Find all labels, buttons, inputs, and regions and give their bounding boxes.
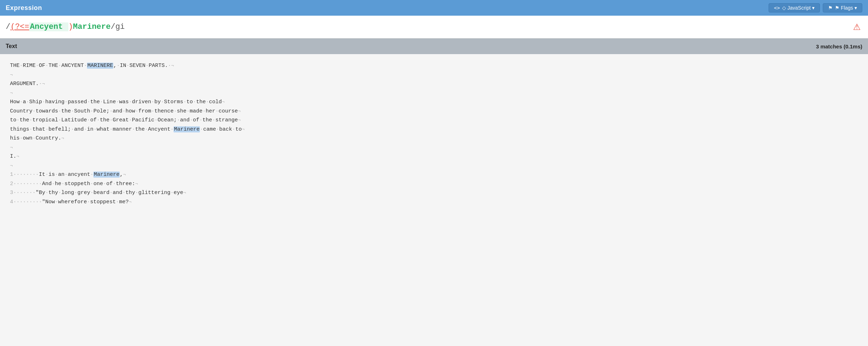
- text-line-15: 3·······"By·thy·long·grey·beard·and·thy·…: [10, 188, 858, 198]
- regex-flags: gi: [115, 22, 125, 31]
- header-bar: Expression <> ◇ JavaScript ▾ ⚑ ⚑ Flags ▾: [0, 0, 868, 16]
- javascript-btn-label: ◇ JavaScript ▾: [782, 5, 815, 11]
- text-line-2: ¬: [10, 70, 858, 80]
- header-controls: <> ◇ JavaScript ▾ ⚑ ⚑ Flags ▾: [769, 3, 862, 12]
- text-line-6: Country·towards·the·South·Pole;·and·how·…: [10, 107, 858, 116]
- regex-lookbehind-open: (?<=: [10, 22, 29, 31]
- text-line-13: 1········It·is·an·ancyent·Marinere,¬: [10, 170, 858, 179]
- match-3: Marinere: [93, 172, 120, 178]
- text-line-8: things·that·befell;·and·in·what·manner·t…: [10, 125, 858, 134]
- javascript-button[interactable]: <> ◇ JavaScript ▾: [769, 3, 820, 12]
- flags-btn-label: ⚑ Flags ▾: [835, 5, 857, 11]
- code-icon: <>: [774, 5, 780, 11]
- match-1: MARINERE: [87, 63, 113, 69]
- regex-display: / (?<= Ancyent ) Marinere / gi: [6, 22, 125, 31]
- expression-bar[interactable]: / (?<= Ancyent ) Marinere / gi ⚠: [0, 16, 868, 38]
- match-2: Marinere: [174, 126, 200, 132]
- regex-lookbehind-close: ): [68, 22, 73, 31]
- text-line-9: his·own·Country.¬: [10, 134, 858, 143]
- flag-icon: ⚑: [828, 5, 833, 11]
- text-line-1: THE·RIME·OF·THE·ANCYENT·MARINERE,·IN·SEV…: [10, 61, 858, 70]
- app-title: Expression: [6, 4, 42, 12]
- text-content-area[interactable]: THE·RIME·OF·THE·ANCYENT·MARINERE,·IN·SEV…: [0, 54, 868, 346]
- text-line-12: ¬: [10, 161, 858, 171]
- text-label: Text: [6, 43, 17, 49]
- text-line-10: ¬: [10, 143, 858, 152]
- text-section-header: Text 3 matches (0.1ms): [0, 38, 868, 54]
- flags-button[interactable]: ⚑ ⚑ Flags ▾: [823, 3, 862, 12]
- text-line-3: ARGUMENT.·¬: [10, 79, 858, 89]
- regex-lookbehind-content: Ancyent: [29, 22, 68, 31]
- regex-slash-close: /: [110, 22, 115, 31]
- text-line-4: ¬: [10, 89, 858, 98]
- text-line-11: I.¬: [10, 152, 858, 161]
- regex-slash-open: /: [6, 22, 10, 31]
- match-count: 3 matches (0.1ms): [816, 43, 862, 49]
- regex-main-term: Marinere: [73, 22, 111, 31]
- text-line-16: 4·········"Now·wherefore·stoppest·me?¬: [10, 198, 858, 207]
- text-line-14: 2·········And·he·stoppeth·one·of·three:¬: [10, 179, 858, 189]
- text-line-7: to·the·tropical·Latitude·of·the·Great·Pa…: [10, 116, 858, 125]
- warning-icon: ⚠: [853, 22, 861, 32]
- text-line-5: How·a·Ship·having·passed·the·Line·was·dr…: [10, 98, 858, 107]
